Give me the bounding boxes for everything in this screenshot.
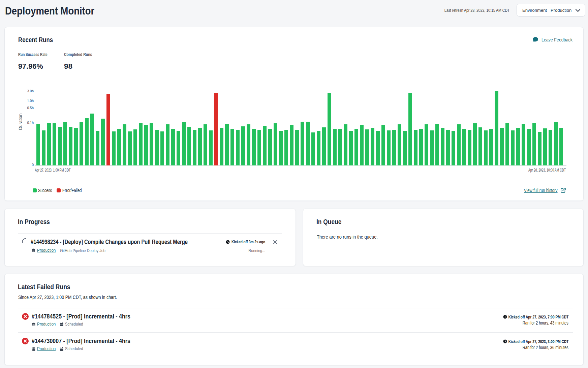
svg-text:Apr 27, 2023, 1:00 PM CDT: Apr 27, 2023, 1:00 PM CDT (35, 168, 71, 173)
svg-text:Apr 28, 2023, 10:00 AM CDT: Apr 28, 2023, 10:00 AM CDT (528, 168, 566, 173)
svg-text:1.0h: 1.0h (27, 99, 34, 103)
svg-text:0.1h: 0.1h (27, 121, 34, 125)
svg-text:3.0h: 3.0h (27, 89, 34, 93)
svg-text:0.5h: 0.5h (27, 106, 34, 110)
svg-text:0: 0 (32, 163, 34, 167)
svg-text:Duration: Duration (18, 114, 23, 130)
